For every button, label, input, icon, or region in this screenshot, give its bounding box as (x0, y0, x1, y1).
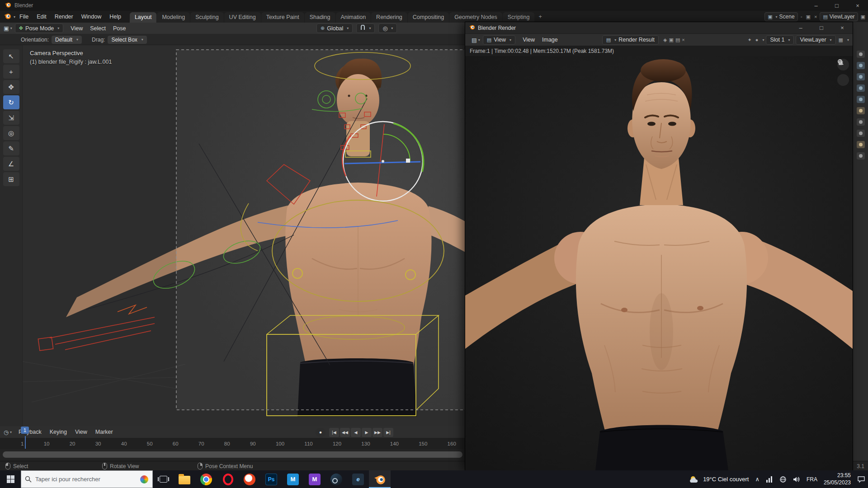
taskbar-app-chrome[interactable] (195, 470, 217, 488)
hidden-icons-button[interactable]: ∧ (755, 476, 760, 483)
maximize-button[interactable]: □ (826, 0, 847, 11)
unlink-icon[interactable]: × (813, 14, 818, 19)
timeline-menu[interactable]: Playback (14, 429, 46, 435)
pan-hand-icon[interactable] (837, 74, 849, 86)
viewport-menu[interactable]: Pose (109, 25, 130, 32)
output-properties-tab-icon[interactable] (857, 73, 865, 80)
blender-menu-logo-icon[interactable] (4, 12, 11, 21)
volume-icon[interactable] (793, 476, 800, 483)
maximize-button[interactable]: □ (811, 22, 832, 33)
taskbar-app-emule[interactable]: e (347, 470, 369, 488)
notification-center-icon[interactable] (857, 476, 865, 483)
timeline-scrollbar[interactable] (0, 449, 465, 461)
taskbar-clock[interactable]: 23:55 25/05/2023 (824, 472, 851, 486)
workspace-tab[interactable]: UV Editing (224, 12, 261, 23)
timeline-menu[interactable]: View (71, 429, 91, 435)
taskbar-app-medibang[interactable]: M (282, 470, 304, 488)
image-browse-dropdown[interactable]: ▤ ▾ Render Result (602, 35, 659, 45)
shield-icon[interactable]: ◈ (662, 37, 668, 43)
frame-ruler[interactable]: 1102030405060708090100110120130140150160 (0, 438, 465, 449)
minimize-button[interactable]: – (790, 22, 811, 33)
viewlayer-properties-tab-icon[interactable] (857, 84, 865, 92)
network-icon[interactable] (766, 476, 773, 483)
workspace-tab[interactable]: Scripting (503, 12, 535, 23)
folder-icon[interactable]: ▤ (675, 37, 681, 43)
search-highlights-icon[interactable] (140, 475, 148, 483)
taskbar-app-explorer[interactable] (174, 470, 195, 488)
workspace-tab[interactable]: Modeling (157, 12, 190, 23)
weather-widget[interactable]: 19°C Ciel couvert (689, 475, 749, 483)
workspace-tab[interactable]: Texture Paint (261, 12, 304, 23)
tool-button[interactable]: + (3, 65, 19, 79)
taskbar-app-opera[interactable] (217, 470, 239, 488)
taskbar-app-blender[interactable] (369, 470, 391, 488)
copy-icon[interactable]: ▣ (805, 14, 811, 20)
workspace-tab[interactable]: Sculpting (190, 12, 223, 23)
menubar-menu[interactable]: Edit (33, 14, 51, 20)
language-indicator[interactable]: FRA (807, 476, 817, 483)
copy-icon[interactable]: ▣ (860, 14, 866, 20)
mode-dropdown[interactable]: ✥ Pose Mode ▾ (15, 23, 63, 33)
viewport-3d[interactable]: Camera Perspective (1) blender file_Rigi… (23, 45, 465, 426)
workspace-tab[interactable]: Rendering (371, 12, 407, 23)
jump-to-start-button[interactable]: |◀ (329, 428, 339, 437)
menubar-menu[interactable]: Render (51, 14, 77, 20)
play-reverse-button[interactable]: ◀ (351, 428, 361, 437)
workspace-tab[interactable]: Compositing (408, 12, 449, 23)
copy-icon[interactable]: ▣ (668, 37, 675, 43)
taskbar-search[interactable] (21, 470, 153, 488)
tool-button[interactable]: ◎ (3, 126, 19, 140)
orientation-setting[interactable]: Orientation: Default▾ (21, 36, 82, 44)
pin-icon[interactable]: ◦ (800, 14, 803, 19)
workspace-tab[interactable]: Shading (305, 12, 335, 23)
close-button[interactable]: × (847, 0, 868, 11)
taskbar-app-photoshop[interactable]: Ps (260, 470, 282, 488)
scrollbar-thumb[interactable] (3, 451, 462, 458)
render-viewlayer-dropdown[interactable]: ViewLayer▾ (796, 35, 835, 45)
drag-setting[interactable]: Drag: Select Box▾ (92, 36, 147, 44)
task-view-button[interactable] (153, 470, 174, 488)
render-properties-tab-icon[interactable] (857, 62, 865, 69)
next-keyframe-button[interactable]: ▶▶ (373, 428, 382, 437)
editor-type-button[interactable]: ▤▾ (468, 37, 483, 43)
slot-dropdown[interactable]: Slot 1▾ (766, 35, 794, 45)
timeline-menu[interactable]: Keying (46, 429, 71, 435)
render-window-titlebar[interactable]: Blender Render – □ × (465, 22, 853, 33)
viewport-menu[interactable]: View (67, 25, 86, 32)
tool-button[interactable]: ↖ (3, 49, 19, 63)
viewport-menu[interactable]: Select (86, 25, 109, 32)
menubar-menu[interactable]: Window (77, 14, 105, 20)
orientation-dropdown[interactable]: ⊕ Global ▾ (316, 23, 353, 33)
filter-icon[interactable] (857, 51, 865, 58)
image-editor-menu-image[interactable]: Image (538, 37, 561, 43)
workspace-tab[interactable]: Geometry Nodes (449, 12, 502, 23)
taskbar-app-steam[interactable] (326, 470, 347, 488)
workspace-tab[interactable]: Layout (130, 12, 157, 23)
playhead[interactable]: 1 (21, 427, 29, 434)
physics-properties-tab-icon[interactable] (857, 152, 865, 160)
render-result-image[interactable] (465, 56, 853, 470)
display-channels-icon[interactable]: ▦ (838, 37, 844, 43)
wifi-icon[interactable] (779, 476, 787, 483)
taskbar-app-magix[interactable]: M (304, 470, 326, 488)
tool-button[interactable]: ✥ (3, 80, 19, 94)
object-properties-tab-icon[interactable] (857, 118, 865, 126)
tool-button[interactable]: ⊞ (3, 172, 19, 186)
add-workspace-button[interactable]: + (535, 12, 545, 22)
timeline-menu[interactable]: Marker (91, 429, 117, 435)
tool-button[interactable]: ∠ (3, 157, 19, 171)
scene-selector[interactable]: ▣ ▾ Scene (764, 12, 797, 21)
sphere-icon[interactable]: ● (755, 37, 760, 42)
proportional-editing-dropdown[interactable]: ◎ ▾ (378, 23, 397, 33)
jump-to-end-button[interactable]: ▶| (383, 428, 393, 437)
editor-type-button[interactable]: ▣▾ (0, 25, 15, 32)
taskbar-app-browser[interactable] (239, 470, 260, 488)
modifier-properties-tab-icon[interactable] (857, 130, 865, 137)
menubar-menu[interactable]: Help (105, 14, 125, 20)
start-button[interactable] (0, 470, 21, 488)
auto-key-record-button[interactable]: ● (316, 428, 326, 437)
play-button[interactable]: ▶ (362, 428, 372, 437)
tool-button[interactable]: ⇲ (3, 111, 19, 125)
menubar-menu[interactable]: File (15, 14, 33, 20)
timeline-editor-type-button[interactable]: ◷▾ (0, 429, 14, 436)
